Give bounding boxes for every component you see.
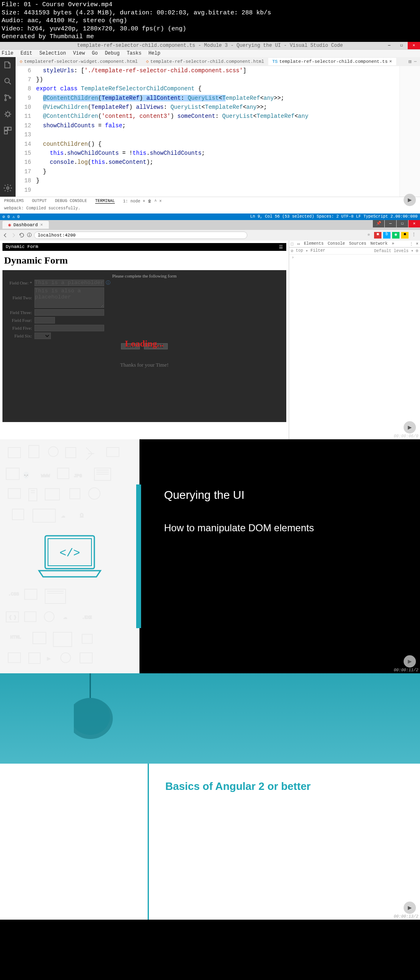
- maximize-button[interactable]: ☐: [395, 42, 408, 49]
- status-left[interactable]: ⊘ 0 ⚠ 0: [2, 214, 20, 219]
- forward-icon[interactable]: [11, 232, 16, 238]
- menu-selection[interactable]: Selection: [39, 50, 66, 56]
- pin-button[interactable]: 📌: [373, 220, 384, 227]
- tab-debug-console[interactable]: DEBUG CONSOLE: [55, 199, 87, 204]
- debug-icon[interactable]: [3, 110, 12, 119]
- ext-icon-1[interactable]: ■: [374, 232, 381, 239]
- field-two-input[interactable]: [34, 287, 104, 308]
- dt-menu-icon[interactable]: ⋮ ×: [409, 241, 418, 246]
- browser-tab[interactable]: ◉ Dashboard ×: [2, 221, 49, 229]
- terminal-trash-icon[interactable]: 🗑: [148, 199, 154, 204]
- page-content: Dynamic Form ☰ Dynamic Form Please compl…: [0, 241, 289, 439]
- tab-output[interactable]: OUTPUT: [32, 199, 47, 204]
- close-button[interactable]: ✕: [408, 42, 420, 49]
- tab-widget-html[interactable]: ◇templateref-selector-widget.component.h…: [16, 57, 142, 65]
- menu-bar[interactable]: File Edit Selection View Go Debug Tasks …: [0, 50, 420, 57]
- svg-text:▶: ▶: [47, 656, 50, 662]
- svg-rect-10: [29, 445, 39, 458]
- svg-rect-17: [57, 468, 69, 479]
- menu-help[interactable]: Help: [148, 50, 160, 56]
- tab-problems[interactable]: PROBLEMS: [4, 199, 24, 204]
- close-button[interactable]: ✕: [409, 220, 420, 227]
- star-icon[interactable]: ☆: [365, 232, 372, 239]
- close-icon[interactable]: ×: [40, 223, 43, 227]
- svg-text:☁: ☁: [64, 614, 67, 620]
- terminal-new-icon[interactable]: +: [143, 199, 148, 204]
- devtools-tabs: ⬚ ▭ Elements Console Sources Network » ⋮…: [289, 241, 420, 248]
- field-five-input[interactable]: [34, 325, 104, 331]
- dt-context[interactable]: top: [296, 248, 303, 253]
- svg-point-0: [5, 78, 9, 83]
- hamburger-icon[interactable]: ☰: [279, 244, 283, 250]
- search-icon[interactable]: [3, 77, 12, 86]
- slide-text: Querying the UI How to manipulate DOM el…: [139, 439, 420, 673]
- file-line: File: 01 - Course Overview.mp4: [2, 1, 418, 9]
- slide-left-empty: [0, 764, 148, 920]
- ext-icon-3[interactable]: ◉: [392, 232, 399, 239]
- tab-child-ts[interactable]: TStemplate-ref-selector-child.component.…: [268, 58, 396, 65]
- menu-tasks[interactable]: Tasks: [127, 50, 142, 56]
- close-icon[interactable]: ×: [389, 59, 392, 64]
- dt-tab-more[interactable]: »: [392, 241, 394, 246]
- terminal-output[interactable]: webpack: Compiled successfully.: [0, 205, 420, 213]
- dt-tab-console[interactable]: Console: [328, 241, 345, 246]
- maximize-button[interactable]: ☐: [397, 220, 408, 227]
- minimap[interactable]: [399, 66, 420, 197]
- play-icon[interactable]: ▶: [404, 194, 416, 206]
- menu-edit[interactable]: Edit: [21, 50, 32, 56]
- extensions-icon[interactable]: [3, 126, 12, 135]
- back-icon[interactable]: [2, 232, 8, 238]
- reload-icon[interactable]: [19, 232, 25, 238]
- svg-rect-19: [8, 489, 21, 498]
- browser-tabbar: ◉ Dashboard × 📌 — ☐ ✕: [0, 220, 420, 230]
- files-icon[interactable]: [3, 60, 12, 69]
- info-icon[interactable]: ⓘ: [27, 232, 32, 238]
- code-editor[interactable]: 678910111213141516171819 styleUrls: ['./…: [16, 66, 420, 197]
- play-icon[interactable]: ▶: [404, 421, 416, 434]
- field-five-label: Field Five:: [6, 326, 34, 330]
- split-icon[interactable]: ▥ ⋯: [409, 59, 417, 64]
- dt-inspect-icon[interactable]: ⬚: [291, 241, 293, 246]
- ext-icon-4[interactable]: ■: [401, 232, 409, 239]
- terminal-close-icon[interactable]: ×: [159, 199, 162, 204]
- teal-band: [0, 673, 420, 764]
- dt-device-icon[interactable]: ▭: [297, 241, 300, 246]
- svg-rect-7: [5, 131, 7, 133]
- dt-clear-icon[interactable]: ⊘: [291, 248, 293, 253]
- terminal-up-icon[interactable]: ^: [154, 199, 159, 204]
- field-one-input[interactable]: [34, 280, 104, 286]
- svg-rect-36: [33, 632, 46, 644]
- play-icon[interactable]: ▶: [404, 902, 416, 914]
- dt-filter-input[interactable]: [310, 248, 331, 253]
- dt-tab-elements[interactable]: Elements: [304, 241, 324, 246]
- dt-tab-sources[interactable]: Sources: [349, 241, 366, 246]
- status-right[interactable]: Ln 9, Col 56 (53 selected) Spaces: 2 UTF…: [250, 214, 418, 219]
- menu-view[interactable]: View: [73, 50, 85, 56]
- page-header: Dynamic Form ☰: [2, 243, 286, 251]
- git-icon[interactable]: [3, 93, 12, 102]
- slide-text: Basics of Angular 2 or better: [149, 764, 420, 920]
- tab-child-html[interactable]: ◇template-ref-selector-child.component.h…: [142, 57, 268, 65]
- minimize-button[interactable]: —: [385, 220, 396, 227]
- field-three-input[interactable]: [34, 309, 104, 316]
- play-icon[interactable]: ▶: [404, 655, 416, 668]
- terminal-selector[interactable]: 1: node: [123, 199, 140, 204]
- field-four-input[interactable]: [34, 317, 55, 324]
- menu-icon[interactable]: ⋮: [410, 232, 418, 239]
- url-input[interactable]: [34, 232, 247, 239]
- svg-text:.CSS: .CSS: [8, 592, 19, 597]
- slide-basics: Basics of Angular 2 or better ▶ 00:00:13…: [0, 764, 420, 920]
- dt-levels[interactable]: Default levels ▾: [374, 248, 413, 253]
- minimize-button[interactable]: —: [383, 42, 395, 49]
- dt-tab-network[interactable]: Network: [370, 241, 388, 246]
- devtools-console[interactable]: ›: [289, 255, 420, 439]
- ext-icon-2[interactable]: b: [383, 232, 390, 239]
- menu-go[interactable]: Go: [92, 50, 98, 56]
- tab-terminal[interactable]: TERMINAL: [95, 199, 115, 204]
- timestamp: 00:00:13/2: [394, 914, 418, 919]
- code-lines[interactable]: styleUrls: ['./template-ref-selector-chi…: [36, 66, 399, 197]
- gear-icon[interactable]: [3, 184, 12, 193]
- menu-debug[interactable]: Debug: [105, 50, 120, 56]
- menu-file[interactable]: File: [2, 50, 14, 56]
- dt-gear-icon[interactable]: ⚙: [416, 248, 418, 253]
